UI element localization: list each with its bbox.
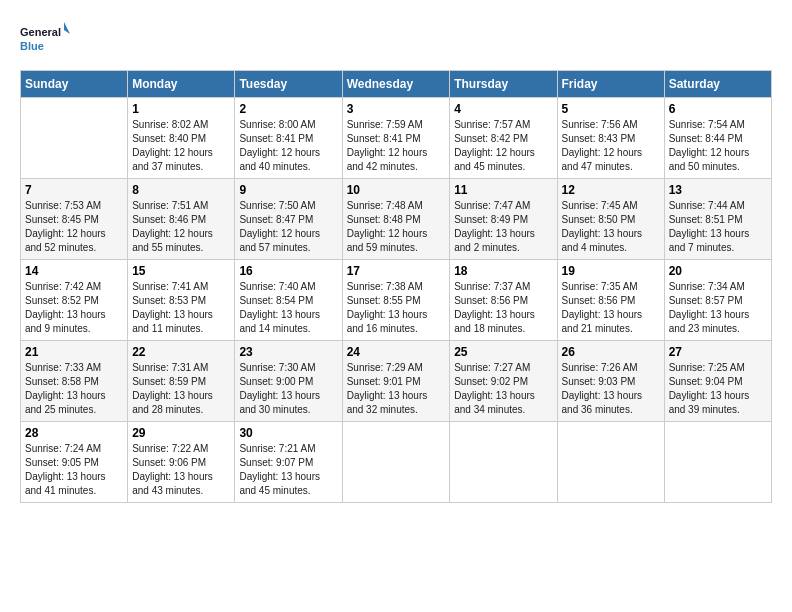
- day-cell: 9Sunrise: 7:50 AMSunset: 8:47 PMDaylight…: [235, 179, 342, 260]
- day-number: 14: [25, 264, 123, 278]
- week-row-4: 21Sunrise: 7:33 AMSunset: 8:58 PMDayligh…: [21, 341, 772, 422]
- svg-text:General: General: [20, 26, 61, 38]
- day-info: Sunrise: 7:27 AMSunset: 9:02 PMDaylight:…: [454, 361, 552, 417]
- day-cell: 19Sunrise: 7:35 AMSunset: 8:56 PMDayligh…: [557, 260, 664, 341]
- day-number: 1: [132, 102, 230, 116]
- day-cell: 15Sunrise: 7:41 AMSunset: 8:53 PMDayligh…: [128, 260, 235, 341]
- header-cell-saturday: Saturday: [664, 71, 771, 98]
- day-cell: 21Sunrise: 7:33 AMSunset: 8:58 PMDayligh…: [21, 341, 128, 422]
- day-cell: 30Sunrise: 7:21 AMSunset: 9:07 PMDayligh…: [235, 422, 342, 503]
- day-info: Sunrise: 8:02 AMSunset: 8:40 PMDaylight:…: [132, 118, 230, 174]
- day-cell: 18Sunrise: 7:37 AMSunset: 8:56 PMDayligh…: [450, 260, 557, 341]
- header-cell-wednesday: Wednesday: [342, 71, 450, 98]
- day-number: 19: [562, 264, 660, 278]
- day-number: 30: [239, 426, 337, 440]
- day-info: Sunrise: 7:54 AMSunset: 8:44 PMDaylight:…: [669, 118, 767, 174]
- day-cell: [342, 422, 450, 503]
- header-cell-friday: Friday: [557, 71, 664, 98]
- day-cell: 13Sunrise: 7:44 AMSunset: 8:51 PMDayligh…: [664, 179, 771, 260]
- day-info: Sunrise: 7:22 AMSunset: 9:06 PMDaylight:…: [132, 442, 230, 498]
- day-info: Sunrise: 7:47 AMSunset: 8:49 PMDaylight:…: [454, 199, 552, 255]
- day-info: Sunrise: 7:44 AMSunset: 8:51 PMDaylight:…: [669, 199, 767, 255]
- day-number: 6: [669, 102, 767, 116]
- day-cell: 17Sunrise: 7:38 AMSunset: 8:55 PMDayligh…: [342, 260, 450, 341]
- day-cell: 24Sunrise: 7:29 AMSunset: 9:01 PMDayligh…: [342, 341, 450, 422]
- day-number: 20: [669, 264, 767, 278]
- day-info: Sunrise: 7:30 AMSunset: 9:00 PMDaylight:…: [239, 361, 337, 417]
- day-info: Sunrise: 7:34 AMSunset: 8:57 PMDaylight:…: [669, 280, 767, 336]
- day-info: Sunrise: 7:45 AMSunset: 8:50 PMDaylight:…: [562, 199, 660, 255]
- day-info: Sunrise: 7:21 AMSunset: 9:07 PMDaylight:…: [239, 442, 337, 498]
- day-number: 18: [454, 264, 552, 278]
- week-row-2: 7Sunrise: 7:53 AMSunset: 8:45 PMDaylight…: [21, 179, 772, 260]
- day-info: Sunrise: 7:56 AMSunset: 8:43 PMDaylight:…: [562, 118, 660, 174]
- day-number: 3: [347, 102, 446, 116]
- svg-marker-2: [64, 22, 70, 34]
- day-info: Sunrise: 8:00 AMSunset: 8:41 PMDaylight:…: [239, 118, 337, 174]
- day-info: Sunrise: 7:40 AMSunset: 8:54 PMDaylight:…: [239, 280, 337, 336]
- day-info: Sunrise: 7:33 AMSunset: 8:58 PMDaylight:…: [25, 361, 123, 417]
- day-info: Sunrise: 7:24 AMSunset: 9:05 PMDaylight:…: [25, 442, 123, 498]
- day-info: Sunrise: 7:31 AMSunset: 8:59 PMDaylight:…: [132, 361, 230, 417]
- day-cell: [664, 422, 771, 503]
- day-cell: 1Sunrise: 8:02 AMSunset: 8:40 PMDaylight…: [128, 98, 235, 179]
- day-number: 27: [669, 345, 767, 359]
- day-number: 11: [454, 183, 552, 197]
- day-info: Sunrise: 7:37 AMSunset: 8:56 PMDaylight:…: [454, 280, 552, 336]
- day-cell: 28Sunrise: 7:24 AMSunset: 9:05 PMDayligh…: [21, 422, 128, 503]
- day-info: Sunrise: 7:50 AMSunset: 8:47 PMDaylight:…: [239, 199, 337, 255]
- svg-text:Blue: Blue: [20, 40, 44, 52]
- day-number: 5: [562, 102, 660, 116]
- day-cell: 3Sunrise: 7:59 AMSunset: 8:41 PMDaylight…: [342, 98, 450, 179]
- day-number: 24: [347, 345, 446, 359]
- day-number: 9: [239, 183, 337, 197]
- day-number: 15: [132, 264, 230, 278]
- day-cell: 14Sunrise: 7:42 AMSunset: 8:52 PMDayligh…: [21, 260, 128, 341]
- day-number: 22: [132, 345, 230, 359]
- day-cell: 22Sunrise: 7:31 AMSunset: 8:59 PMDayligh…: [128, 341, 235, 422]
- day-cell: 26Sunrise: 7:26 AMSunset: 9:03 PMDayligh…: [557, 341, 664, 422]
- logo-svg: General Blue: [20, 20, 70, 60]
- week-row-1: 1Sunrise: 8:02 AMSunset: 8:40 PMDaylight…: [21, 98, 772, 179]
- day-cell: 10Sunrise: 7:48 AMSunset: 8:48 PMDayligh…: [342, 179, 450, 260]
- day-cell: 16Sunrise: 7:40 AMSunset: 8:54 PMDayligh…: [235, 260, 342, 341]
- day-info: Sunrise: 7:42 AMSunset: 8:52 PMDaylight:…: [25, 280, 123, 336]
- day-cell: 7Sunrise: 7:53 AMSunset: 8:45 PMDaylight…: [21, 179, 128, 260]
- day-info: Sunrise: 7:25 AMSunset: 9:04 PMDaylight:…: [669, 361, 767, 417]
- day-number: 21: [25, 345, 123, 359]
- day-number: 2: [239, 102, 337, 116]
- day-info: Sunrise: 7:29 AMSunset: 9:01 PMDaylight:…: [347, 361, 446, 417]
- day-cell: 6Sunrise: 7:54 AMSunset: 8:44 PMDaylight…: [664, 98, 771, 179]
- day-info: Sunrise: 7:35 AMSunset: 8:56 PMDaylight:…: [562, 280, 660, 336]
- day-cell: 2Sunrise: 8:00 AMSunset: 8:41 PMDaylight…: [235, 98, 342, 179]
- header-cell-sunday: Sunday: [21, 71, 128, 98]
- calendar-table: SundayMondayTuesdayWednesdayThursdayFrid…: [20, 70, 772, 503]
- day-number: 25: [454, 345, 552, 359]
- day-number: 16: [239, 264, 337, 278]
- day-cell: [21, 98, 128, 179]
- week-row-3: 14Sunrise: 7:42 AMSunset: 8:52 PMDayligh…: [21, 260, 772, 341]
- week-row-5: 28Sunrise: 7:24 AMSunset: 9:05 PMDayligh…: [21, 422, 772, 503]
- day-number: 4: [454, 102, 552, 116]
- day-number: 7: [25, 183, 123, 197]
- day-cell: 27Sunrise: 7:25 AMSunset: 9:04 PMDayligh…: [664, 341, 771, 422]
- day-number: 26: [562, 345, 660, 359]
- header-cell-tuesday: Tuesday: [235, 71, 342, 98]
- day-info: Sunrise: 7:48 AMSunset: 8:48 PMDaylight:…: [347, 199, 446, 255]
- day-cell: 12Sunrise: 7:45 AMSunset: 8:50 PMDayligh…: [557, 179, 664, 260]
- day-cell: 25Sunrise: 7:27 AMSunset: 9:02 PMDayligh…: [450, 341, 557, 422]
- day-cell: [557, 422, 664, 503]
- day-cell: 5Sunrise: 7:56 AMSunset: 8:43 PMDaylight…: [557, 98, 664, 179]
- day-info: Sunrise: 7:51 AMSunset: 8:46 PMDaylight:…: [132, 199, 230, 255]
- day-number: 8: [132, 183, 230, 197]
- day-number: 23: [239, 345, 337, 359]
- day-info: Sunrise: 7:38 AMSunset: 8:55 PMDaylight:…: [347, 280, 446, 336]
- day-cell: 23Sunrise: 7:30 AMSunset: 9:00 PMDayligh…: [235, 341, 342, 422]
- day-info: Sunrise: 7:59 AMSunset: 8:41 PMDaylight:…: [347, 118, 446, 174]
- header-cell-thursday: Thursday: [450, 71, 557, 98]
- day-cell: [450, 422, 557, 503]
- day-info: Sunrise: 7:26 AMSunset: 9:03 PMDaylight:…: [562, 361, 660, 417]
- day-cell: 11Sunrise: 7:47 AMSunset: 8:49 PMDayligh…: [450, 179, 557, 260]
- day-number: 12: [562, 183, 660, 197]
- day-number: 17: [347, 264, 446, 278]
